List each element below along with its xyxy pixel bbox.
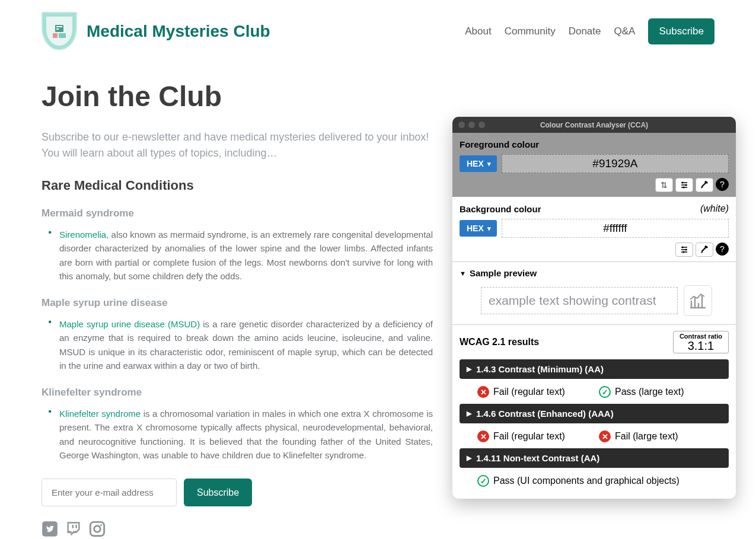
fail-icon: ✕ [477, 386, 489, 398]
logo-shield-icon [42, 12, 77, 50]
fail-icon: ✕ [599, 430, 611, 442]
titlebar[interactable]: Colour Contrast Analyser (CCA) [452, 117, 736, 133]
result-item: ✕Fail (large text) [599, 430, 711, 442]
nav-qa[interactable]: Q&A [614, 25, 635, 37]
list-item: Sirenomelia, also known as mermaid syndr… [51, 228, 433, 283]
foreground-section: Foreground colour HEX ⇅ ? [452, 133, 736, 197]
pass-icon: ✓ [477, 475, 489, 487]
fg-format-select[interactable]: HEX [460, 155, 497, 172]
svg-point-9 [94, 526, 101, 532]
criterion-aa-min[interactable]: 1.4.3 Contrast (Minimum) (AA) [460, 359, 729, 379]
condition-mermaid: Mermaid syndrome Sirenomelia, also known… [42, 208, 433, 283]
criterion-nontext[interactable]: 1.4.11 Non-text Contrast (AA) [460, 448, 729, 468]
site-header: Medical Mysteries Club About Community D… [0, 0, 756, 62]
svg-rect-1 [56, 26, 62, 27]
condition-link[interactable]: Maple syrup urine disease (MSUD) [59, 319, 200, 329]
results-section: WCAG 2.1 results Contrast ratio 3.1:1 1.… [452, 324, 736, 499]
list-item: Klinefelter syndrome is a chromosomal va… [51, 407, 433, 462]
window-title: Colour Contrast Analyser (CCA) [452, 121, 736, 129]
cca-window: Colour Contrast Analyser (CCA) Foregroun… [452, 117, 736, 499]
result-item: ✕Fail (regular text) [477, 386, 589, 398]
nav-about[interactable]: About [465, 25, 491, 37]
criterion-aaa[interactable]: 1.4.6 Contrast (Enhanced) (AAA) [460, 404, 729, 423]
main-nav: About Community Donate Q&A Subscribe [465, 18, 714, 44]
eyedropper-button[interactable] [696, 243, 713, 257]
instagram-icon[interactable] [89, 521, 106, 537]
result-item: ✕Fail (regular text) [477, 430, 589, 442]
brand-title: Medical Mysteries Club [87, 22, 270, 41]
fail-icon: ✕ [477, 430, 489, 442]
bg-color-input[interactable] [502, 222, 728, 235]
sample-text: example text showing contrast [481, 287, 678, 314]
fg-color-input[interactable] [502, 157, 728, 170]
page-title: Join the Club [42, 80, 433, 113]
section-title: Rare Medical Conditions [42, 178, 433, 193]
condition-title: Klinefelter syndrome [42, 387, 433, 398]
sample-toggle[interactable]: Sample preview [460, 268, 729, 278]
condition-title: Mermaid syndrome [42, 208, 433, 219]
brand: Medical Mysteries Club [42, 12, 270, 50]
eyedropper-button[interactable] [696, 178, 713, 192]
subscribe-button[interactable]: Subscribe [184, 479, 252, 506]
twitch-icon[interactable] [65, 521, 82, 537]
foreground-label: Foreground colour [460, 139, 729, 149]
svg-rect-3 [53, 33, 58, 38]
twitter-icon[interactable] [42, 521, 58, 537]
subscribe-form: Subscribe [42, 479, 433, 506]
result-item: ✓Pass (UI components and graphical objec… [477, 475, 680, 487]
chart-icon[interactable] [684, 285, 712, 316]
condition-title: Maple syrup urine disease [42, 297, 433, 309]
svg-point-12 [685, 184, 687, 186]
svg-point-13 [683, 187, 685, 189]
condition-klinefelter: Klinefelter syndrome Klinefelter syndrom… [42, 387, 433, 462]
result-item: ✓Pass (large text) [599, 386, 711, 398]
pass-icon: ✓ [599, 386, 611, 398]
background-label: Background colour [460, 204, 541, 214]
results-title: WCAG 2.1 results [460, 337, 539, 347]
sliders-button[interactable] [675, 178, 693, 192]
nav-donate[interactable]: Donate [569, 25, 601, 37]
svg-point-11 [682, 182, 684, 184]
nav-community[interactable]: Community [505, 25, 556, 37]
header-subscribe-button[interactable]: Subscribe [648, 18, 714, 44]
svg-rect-7 [76, 525, 77, 528]
bg-format-select[interactable]: HEX [460, 220, 497, 237]
sample-section: Sample preview example text showing cont… [452, 261, 736, 324]
logo-inner-icon [50, 23, 68, 40]
condition-msud: Maple syrup urine disease Maple syrup ur… [42, 297, 433, 372]
condition-text: , also known as mermaid syndrome, is an … [59, 229, 433, 281]
swap-button[interactable]: ⇅ [655, 178, 673, 192]
svg-rect-6 [72, 525, 74, 528]
email-input[interactable] [42, 479, 177, 506]
help-button[interactable]: ? [716, 243, 729, 256]
svg-rect-2 [56, 28, 59, 30]
condition-link[interactable]: Klinefelter syndrome [59, 409, 141, 419]
background-note: (white) [700, 203, 729, 214]
intro-text: Subscribe to our e-newsletter and have m… [42, 129, 433, 161]
svg-point-15 [685, 249, 687, 251]
sliders-button[interactable] [675, 243, 693, 257]
svg-point-16 [683, 251, 685, 253]
social-links [42, 521, 433, 537]
svg-rect-8 [90, 522, 104, 535]
background-section: Background colour (white) HEX ? [452, 197, 736, 261]
svg-rect-4 [59, 33, 66, 38]
condition-link[interactable]: Sirenomelia [59, 229, 106, 240]
main-content: Join the Club Subscribe to our e-newslet… [0, 62, 474, 539]
list-item: Maple syrup urine disease (MSUD) is a ra… [51, 317, 433, 372]
svg-point-14 [682, 247, 684, 248]
contrast-ratio: Contrast ratio 3.1:1 [673, 331, 729, 353]
svg-point-10 [100, 524, 102, 526]
help-button[interactable]: ? [716, 178, 729, 191]
